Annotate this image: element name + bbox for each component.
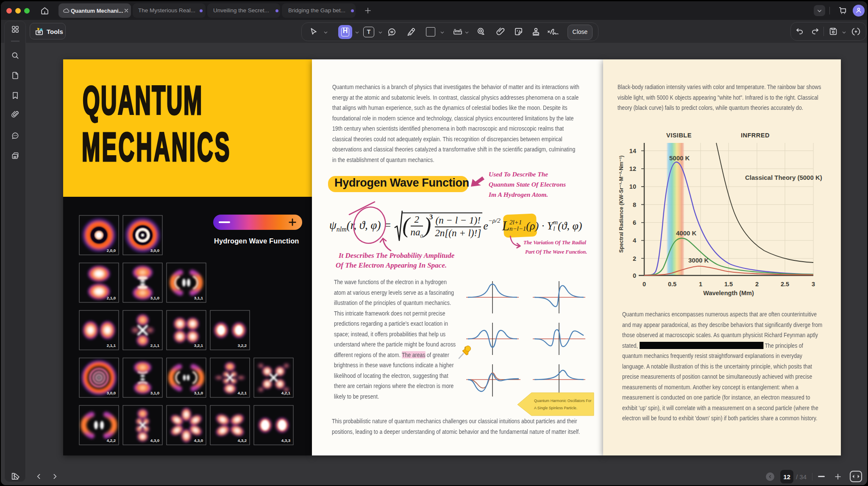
svg-text:Spectral Radiance (KW·Sr⁻¹·M⁻²: Spectral Radiance (KW·Sr⁻¹·M⁻²·Nm⁻¹) [618,155,624,253]
svg-text:14: 14 [629,148,636,154]
svg-text:4,2,2: 4,2,2 [107,438,116,443]
svg-text:3,0,0: 3,0,0 [107,391,116,395]
svg-text:4,3,0: 4,3,0 [194,438,203,443]
svg-text:Classical Theory (5000 K): Classical Theory (5000 K) [745,174,822,181]
svg-text:5000 K: 5000 K [669,154,690,162]
svg-text:1: 1 [699,281,702,288]
svg-text:4,2,1: 4,2,1 [281,391,291,395]
svg-text:4,2,1: 4,2,1 [238,391,247,395]
svg-text:3,2,1: 3,2,1 [194,343,203,348]
svg-text:10: 10 [629,183,636,190]
svg-text:3,0,0: 3,0,0 [150,248,159,253]
svg-text:4,3,3: 4,3,3 [281,438,290,443]
svg-text:3000 K: 3000 K [688,257,709,264]
svg-text:A Single Spinless Particle.: A Single Spinless Particle. [534,406,577,410]
svg-text:0.5: 0.5 [668,281,676,288]
svg-text:INFRRED: INFRRED [741,132,770,139]
svg-text:4: 4 [633,237,636,244]
svg-text:2: 2 [755,281,759,288]
svg-text:2: 2 [633,255,636,262]
svg-text:6: 6 [633,219,636,226]
svg-text:4,3,2: 4,3,2 [238,438,247,443]
svg-text:3: 3 [812,281,815,288]
svg-text:0: 0 [643,281,646,288]
svg-text:3,1,0: 3,1,0 [150,296,159,300]
svg-text:12: 12 [629,165,636,172]
svg-text:3,1,1: 3,1,1 [194,296,203,300]
svg-text:1.5: 1.5 [724,281,733,288]
svg-text:VISIBLE: VISIBLE [666,132,692,139]
svg-text:0: 0 [633,272,636,279]
svg-text:2,1,0: 2,1,0 [107,296,116,300]
svg-text:4,3,0: 4,3,0 [150,438,159,443]
svg-text:2,1,1: 2,1,1 [107,343,116,348]
svg-text:3,1,0: 3,1,0 [150,391,159,395]
svg-text:2,1,1: 2,1,1 [150,343,160,348]
svg-text:Quantum Harmonic Oscillators F: Quantum Harmonic Oscillators For [534,399,591,403]
svg-text:4000 K: 4000 K [676,229,697,237]
svg-text:Wavelength (Mm): Wavelength (Mm) [703,290,754,296]
svg-text:8: 8 [633,201,636,208]
svg-text:2,0,0: 2,0,0 [107,248,116,253]
svg-text:2.5: 2.5 [781,281,789,288]
svg-text:3,2,2: 3,2,2 [238,343,247,348]
svg-text:3,1,0: 3,1,0 [194,391,203,395]
